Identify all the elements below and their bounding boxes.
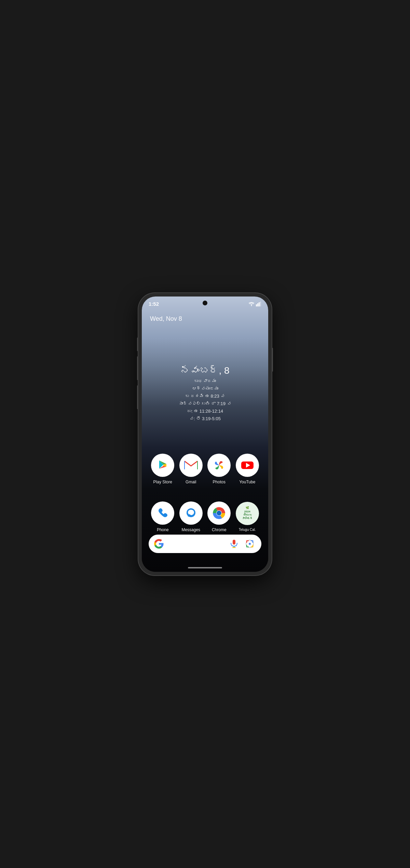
telugu-cal-icon: 🌿2024తెలుగుకాలెండర్: [236, 502, 259, 525]
phone-icon: [156, 507, 169, 519]
chrome-icon-circle: [207, 501, 231, 525]
cal-line4: పూర్వఫల్గుణి రా 7:19 వ: [142, 400, 268, 408]
photos-label: Photos: [213, 480, 226, 484]
signal-icon: [256, 302, 261, 306]
app-playstore[interactable]: Play Store: [150, 454, 176, 484]
status-bar: 1:52: [142, 297, 268, 309]
svg-rect-4: [259, 302, 260, 306]
lens-icon: [245, 539, 254, 548]
volume-up-button: [137, 337, 138, 351]
photos-icon: [212, 458, 226, 472]
chrome-icon: [212, 506, 226, 520]
cal-line5: దు: ఉ 11:28-12:14: [142, 408, 268, 415]
cal-date-large: నవంబర్, 8: [142, 365, 268, 376]
svg-rect-5: [260, 302, 261, 306]
status-time: 1:52: [149, 301, 159, 307]
svg-rect-2: [256, 304, 257, 306]
phone-icon-circle: [151, 501, 174, 525]
playstore-icon: [156, 459, 169, 472]
app-chrome[interactable]: Chrome: [206, 501, 232, 532]
svg-marker-0: [250, 304, 252, 305]
messages-icon: [184, 507, 197, 520]
svg-point-14: [188, 510, 194, 515]
messages-icon-circle: [179, 501, 203, 525]
screen: 1:52 Wed, Nov 8: [142, 297, 268, 572]
cal-line3: బ దశమి ఉ 8:23 వ: [142, 392, 268, 400]
app-phone[interactable]: Phone: [150, 501, 176, 532]
svg-point-22: [249, 543, 251, 545]
calendar-widget: నవంబర్, 8 బుధవారము ఆశ్వయుజము బ దశమి ఉ 8:…: [142, 365, 268, 423]
youtube-icon: [240, 458, 255, 473]
chrome-label: Chrome: [212, 527, 227, 532]
app-youtube[interactable]: YouTube: [234, 454, 260, 484]
lens-search-button[interactable]: [244, 538, 256, 550]
app-photos[interactable]: Photos: [206, 454, 232, 484]
voice-search-button[interactable]: [228, 538, 240, 550]
svg-rect-3: [257, 303, 258, 306]
playstore-label: Play Store: [153, 480, 172, 484]
telugu-cal-label: Telugu Cal.: [239, 528, 256, 532]
wifi-icon: [249, 302, 254, 306]
youtube-label: YouTube: [239, 480, 255, 484]
svg-point-17: [217, 511, 221, 515]
date-top: Wed, Nov 8: [150, 315, 182, 322]
camera-notch: [203, 301, 207, 305]
google-logo: [154, 539, 164, 549]
mic-icon: [230, 539, 238, 548]
app-gmail[interactable]: Gmail: [178, 454, 204, 484]
photos-icon-circle: [207, 454, 231, 477]
playstore-icon-circle: [151, 454, 174, 477]
gmail-icon: [184, 460, 198, 470]
phone-frame: 1:52 Wed, Nov 8: [138, 293, 272, 575]
power-button: [272, 348, 273, 372]
app-row-2: Phone Messages: [142, 501, 268, 532]
home-indicator[interactable]: [188, 567, 222, 568]
volume-down-button: [137, 356, 138, 380]
youtube-icon-circle: [236, 454, 259, 477]
phone-label: Phone: [157, 527, 169, 532]
app-messages[interactable]: Messages: [178, 501, 204, 532]
left-side-button: [137, 385, 138, 409]
app-telugu-cal[interactable]: 🌿2024తెలుగుకాలెండర్ Telugu Cal.: [234, 502, 260, 532]
messages-label: Messages: [181, 527, 200, 532]
cal-line6: వ: తె 3:19-5:05: [142, 415, 268, 423]
gmail-icon-circle: [179, 454, 203, 477]
status-icons: [249, 302, 261, 306]
gmail-label: Gmail: [186, 480, 196, 484]
telugu-cal-text: 🌿2024తెలుగుకాలెండర్: [242, 506, 253, 521]
cal-line2: ఆశ్వయుజము: [142, 385, 268, 392]
cal-line1: బుధవారము: [142, 377, 268, 385]
cal-info: బుధవారము ఆశ్వయుజము బ దశమి ఉ 8:23 వ పూర్వ…: [142, 377, 268, 423]
svg-rect-18: [233, 540, 235, 545]
app-row-1: Play Store: [142, 454, 268, 484]
svg-point-1: [251, 305, 252, 306]
search-bar[interactable]: [149, 535, 261, 553]
